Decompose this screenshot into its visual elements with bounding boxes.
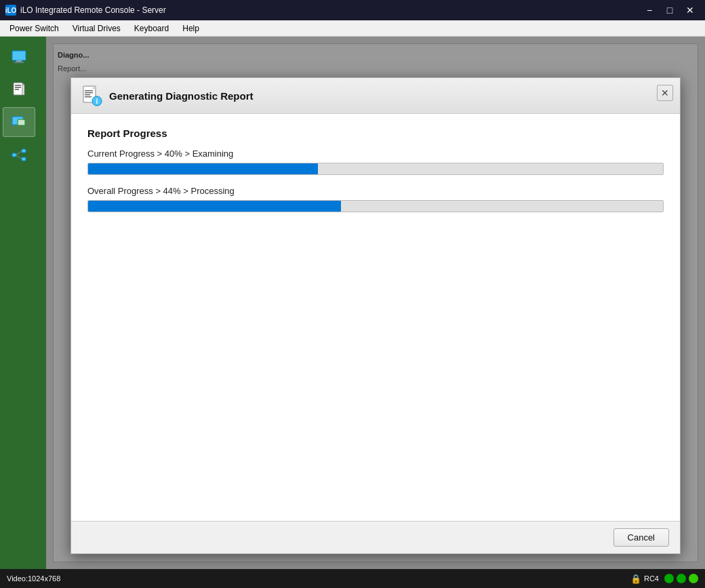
menu-bar: Power Switch Virtual Drives Keyboard Hel… xyxy=(0,20,705,37)
svg-rect-6 xyxy=(15,89,19,90)
svg-rect-21 xyxy=(85,94,90,96)
sidebar xyxy=(0,37,46,569)
close-window-button[interactable]: ✕ xyxy=(681,3,700,17)
report-icon xyxy=(12,82,26,97)
section-title: Report Progress xyxy=(87,128,664,139)
svg-rect-14 xyxy=(22,157,26,161)
svg-rect-2 xyxy=(14,62,24,63)
circle-3 xyxy=(689,574,698,583)
current-progress-track xyxy=(87,163,664,175)
lock-icon: 🔒 xyxy=(630,574,641,584)
menu-keyboard[interactable]: Keyboard xyxy=(127,22,176,35)
svg-rect-19 xyxy=(85,90,93,92)
menu-virtual-drives[interactable]: Virtual Drives xyxy=(66,22,127,35)
diagnostic-report-modal: i Generating Diagnostic Report ✕ Report … xyxy=(70,77,681,554)
svg-line-16 xyxy=(16,155,22,159)
current-progress-label: Current Progress > 40% > Examining xyxy=(87,149,664,159)
current-progress-fill xyxy=(88,163,318,174)
window-title: iLO Integrated Remote Console - Server xyxy=(20,5,640,15)
cancel-button[interactable]: Cancel xyxy=(613,528,669,547)
security-label: RC4 xyxy=(644,574,659,583)
svg-rect-20 xyxy=(85,92,93,94)
svg-rect-11 xyxy=(18,120,24,125)
modal-body: Report Progress Current Progress > 40% >… xyxy=(71,114,680,521)
maximize-button[interactable]: □ xyxy=(660,3,679,17)
svg-rect-12 xyxy=(12,153,16,157)
svg-text:i: i xyxy=(96,98,98,105)
menu-help[interactable]: Help xyxy=(176,22,206,35)
status-circles xyxy=(664,574,698,583)
active-icon xyxy=(11,114,27,130)
modal-title: Generating Diagnostic Report xyxy=(109,90,254,102)
svg-marker-7 xyxy=(22,83,24,85)
document-icon: i xyxy=(81,85,102,106)
main-area: Diagno... Report... xyxy=(0,37,705,569)
svg-rect-13 xyxy=(22,149,26,153)
svg-rect-8 xyxy=(22,85,24,95)
sidebar-item-active[interactable] xyxy=(3,107,35,137)
circle-2 xyxy=(677,574,686,583)
modal-title-icon: i xyxy=(81,85,102,106)
menu-power-switch[interactable]: Power Switch xyxy=(3,22,66,35)
status-right: 🔒 RC4 xyxy=(630,574,698,584)
modal-backdrop: i Generating Diagnostic Report ✕ Report … xyxy=(46,37,705,569)
svg-rect-4 xyxy=(15,85,21,86)
app-icon: iLO xyxy=(5,5,16,16)
overall-progress-label: Overall Progress > 44% > Processing xyxy=(87,186,664,196)
overall-progress-fill xyxy=(88,201,341,212)
minimize-button[interactable]: − xyxy=(640,3,659,17)
svg-rect-0 xyxy=(12,51,26,60)
status-bar: Video:1024x768 🔒 RC4 xyxy=(0,569,705,588)
sidebar-item-diagnose[interactable] xyxy=(3,42,35,72)
circle-1 xyxy=(664,574,674,583)
modal-footer: Cancel xyxy=(71,521,680,553)
title-bar: iLO iLO Integrated Remote Console - Serv… xyxy=(0,0,705,20)
svg-line-15 xyxy=(16,151,22,155)
video-info: Video:1024x768 xyxy=(7,574,60,583)
svg-rect-5 xyxy=(15,87,21,88)
overall-progress-track xyxy=(87,200,664,212)
modal-close-button[interactable]: ✕ xyxy=(657,85,673,101)
window-controls: − □ ✕ xyxy=(640,3,700,17)
sidebar-item-network[interactable] xyxy=(3,140,35,170)
svg-rect-22 xyxy=(85,96,92,98)
network-icon xyxy=(11,146,27,163)
security-indicator: 🔒 RC4 xyxy=(630,574,659,584)
content-area: Diagno... Report... xyxy=(46,37,705,569)
diagnose-icon xyxy=(11,49,27,65)
sidebar-item-report[interactable] xyxy=(3,75,35,104)
modal-header: i Generating Diagnostic Report ✕ xyxy=(71,78,680,114)
